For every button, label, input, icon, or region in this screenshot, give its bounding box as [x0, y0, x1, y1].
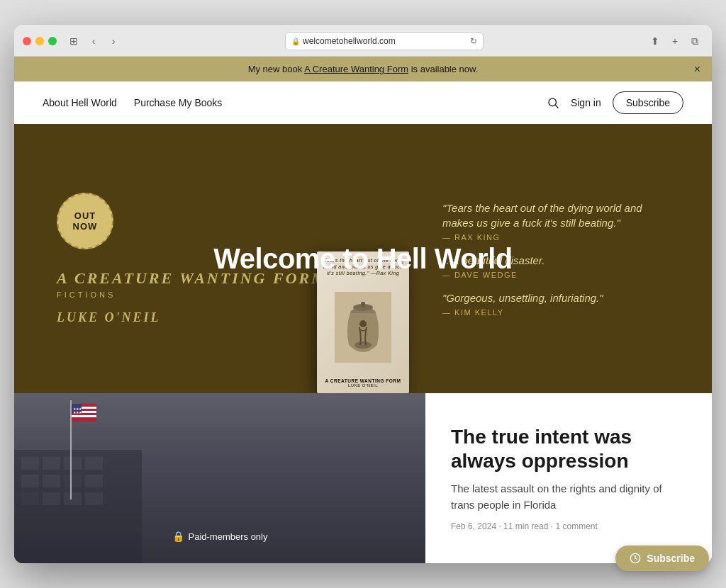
announcement-close-button[interactable]: × [694, 64, 700, 75]
announcement-text-post: is available now. [411, 64, 479, 74]
subscribe-float-label: Subscribe [647, 553, 695, 564]
post-meta: Feb 6, 2024 · 11 min read · 1 comment [451, 521, 686, 531]
announcement-text-pre: My new book [248, 64, 305, 74]
quote-3-attr: — Kim Kelly [442, 308, 669, 317]
book-subtitle: Fictions [57, 290, 328, 299]
post-info: The true intent was always oppression Th… [425, 393, 712, 563]
featured-post[interactable]: ★★★ ★★★ 🔒 Paid-members only The true int… [14, 393, 712, 563]
address-bar-wrapper: 🔒 welcometohellworld.com ↻ [128, 32, 641, 50]
out-now-badge: OUT NOW [57, 193, 113, 249]
post-date: Feb 6, 2024 [451, 521, 496, 531]
quote-1: "Tears the heart out of the dying world … [442, 200, 669, 242]
navigation: About Hell World Purchase My Books Sign … [14, 81, 712, 124]
post-description: The latest assault on the rights and dig… [451, 481, 686, 513]
quote-1-attr: — Rax King [442, 233, 669, 242]
svg-point-5 [359, 320, 367, 327]
svg-point-4 [354, 341, 372, 349]
announcement-link[interactable]: A Creature Wanting Form [304, 64, 408, 74]
new-tab-icon[interactable]: + [666, 34, 683, 48]
badge-line1: OUT [74, 210, 96, 221]
nav-right: Sign in Subscribe [547, 91, 683, 114]
svg-rect-7 [361, 302, 365, 307]
close-button[interactable] [23, 37, 31, 45]
browser-actions: ⬆ + ⧉ [647, 34, 703, 48]
minimize-button[interactable] [35, 37, 44, 45]
browser-window: ⊞ ‹ › 🔒 welcometohellworld.com ↻ ⬆ + ⧉ M… [14, 25, 712, 563]
nav-purchase-link[interactable]: Purchase My Books [134, 97, 223, 108]
back-button[interactable]: ‹ [85, 34, 102, 48]
forward-button[interactable]: › [105, 34, 122, 48]
page-content: My new book A Creature Wanting Form is a… [14, 57, 712, 563]
site-title: Welcome to Hell World [213, 243, 512, 275]
post-title[interactable]: The true intent was always oppression [451, 425, 686, 473]
quote-3-text: "Gorgeous, unsettling, infuriating." [442, 290, 669, 305]
svg-rect-25 [72, 415, 96, 417]
subscribe-button[interactable]: Subscribe [613, 91, 683, 114]
subscribe-float-icon [630, 553, 641, 564]
locked-badge: 🔒 Paid-members only [172, 531, 268, 542]
maximize-button[interactable] [48, 37, 57, 45]
url-text: welcometohellworld.com [303, 36, 396, 46]
refresh-icon[interactable]: ↻ [470, 36, 477, 46]
browser-nav-controls: ⊞ ‹ › [65, 34, 122, 48]
quote-1-text: "Tears the heart out of the dying world … [442, 200, 669, 230]
nav-left: About Hell World Purchase My Books [43, 97, 222, 108]
book-author: Luke O'Neil [57, 310, 328, 325]
browser-chrome: ⊞ ‹ › 🔒 welcometohellworld.com ↻ ⬆ + ⧉ [14, 25, 712, 57]
lock-icon: 🔒 [172, 531, 184, 542]
nav-about-link[interactable]: About Hell World [43, 97, 117, 108]
announcement-bar: My new book A Creature Wanting Form is a… [14, 57, 712, 81]
locked-text: Paid-members only [189, 531, 268, 542]
post-comments: 1 comment [555, 521, 597, 531]
search-icon[interactable] [547, 96, 559, 109]
address-bar[interactable]: 🔒 welcometohellworld.com ↻ [285, 32, 484, 50]
quote-3: "Gorgeous, unsettling, infuriating." — K… [442, 290, 669, 317]
post-read-time: 11 min read [503, 521, 548, 531]
tabs-icon[interactable]: ⧉ [686, 34, 703, 48]
traffic-lights [23, 37, 57, 45]
badge-line2: NOW [73, 221, 98, 232]
share-icon[interactable]: ⬆ [647, 34, 664, 48]
signin-button[interactable]: Sign in [571, 97, 601, 108]
book-cover-title-text: A Creature Wanting Form Luke O'Neil [325, 378, 401, 388]
sidebar-toggle-icon[interactable]: ⊞ [65, 34, 82, 48]
svg-text:★★★: ★★★ [73, 410, 82, 414]
flag-illustration: ★★★ ★★★ [43, 400, 99, 499]
post-image: ★★★ ★★★ 🔒 Paid-members only [14, 393, 425, 563]
hero-section: OUT NOW A Creature Wanting Form Fictions… [14, 124, 712, 393]
lock-icon: 🔒 [291, 38, 300, 45]
svg-line-1 [555, 105, 558, 108]
hero-title-overlay: Welcome to Hell World [213, 243, 512, 275]
svg-point-0 [549, 98, 557, 106]
subscribe-float-button[interactable]: Subscribe [615, 545, 709, 571]
book-cover-illustration [335, 292, 391, 363]
